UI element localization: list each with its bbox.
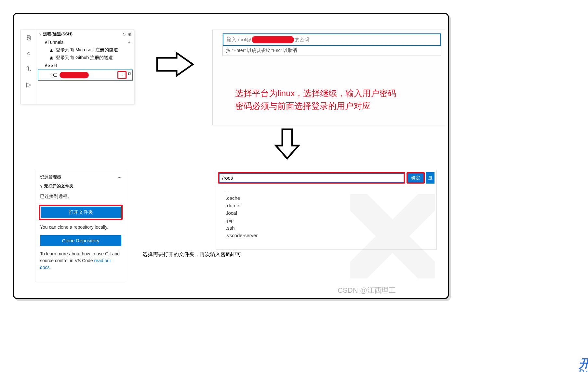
ssh-header[interactable]: ∨ SSH [36,62,134,69]
open-folder-button[interactable]: 打开文件夹 [41,207,121,218]
confirm-button[interactable]: 确定 [408,173,423,182]
more-icon[interactable]: ··· [118,175,121,180]
connect-arrow-icon[interactable]: → [120,72,124,78]
chevron-down-icon: ∨ [40,184,43,188]
annotation-text: 选择平台为linux，选择继续，输入用户密码 密码必须与前面选择登录的用户对应 [235,87,396,112]
watermark-x-icon [350,194,435,278]
path-input-highlight [218,172,405,184]
arrow-down [274,128,300,160]
folder-input-row: 确定 显 [216,170,436,186]
devze-line2: DevZe.CoM [579,369,588,372]
password-prefix: 输入 root@ [227,37,251,43]
activity-bar: ⎘ ○ ᔐ ▷ [21,30,36,104]
ms-tunnel-item[interactable]: ▲ 登录到向 Microsoft 注册的隧道 [36,46,134,54]
learn-more-text: To learn more about how to use Git and s… [35,249,126,272]
new-window-icon[interactable]: ⧉ [128,71,131,79]
source-control-icon[interactable]: ᔐ [21,61,36,77]
refresh-icon[interactable]: ↻ [122,32,126,37]
monitor-icon: 🖵 [53,72,58,78]
command-palette: 输入 root@ 的密码 按 "Enter" 以确认或按 "Esc" 以取消 [222,33,441,56]
explorer-icon[interactable]: ⎘ [21,30,36,45]
password-input[interactable]: 输入 root@ 的密码 [223,33,441,46]
github-icon: ◉ [49,55,54,60]
plus-icon[interactable]: ⊕ [128,32,131,37]
azure-icon: ▲ [49,47,54,53]
confirm-highlight: 确定 [407,172,425,184]
connect-button-highlight: → [117,71,127,79]
diagram-frame: ⎘ ○ ᔐ ▷ ∨ 远程(隧道/SSH) ↻ ⊕ ∨ Tunnels ＋ ▲ 登… [13,13,449,299]
annotation-line1: 选择平台为linux，选择继续，输入用户密码 [235,87,396,100]
explorer-sidebar: 资源管理器 ··· ∨ 无打开的文件夹 已连接到远程。 打开文件夹 You ca… [35,170,126,282]
chevron-down-icon: ∨ [44,63,47,68]
ssh-host-item[interactable]: › 🖵 → ⧉ [38,70,133,81]
no-folder-section[interactable]: ∨ 无打开的文件夹 [35,181,126,191]
debug-icon[interactable]: ▷ [21,77,36,92]
remote-explorer-panel: ⎘ ○ ᔐ ▷ ∨ 远程(隧道/SSH) ↻ ⊕ ∨ Tunnels ＋ ▲ 登… [20,30,134,104]
show-button[interactable]: 显 [426,172,434,184]
explorer-header: 资源管理器 ··· [35,173,126,181]
chevron-down-icon: ∨ [44,40,47,45]
ms-tunnel-label: 登录到向 Microsoft 注册的隧道 [56,47,118,53]
explorer-title: 资源管理器 [40,174,118,180]
watermark-csdn: CSDN @江西理工 [338,286,396,295]
chevron-down-icon: ∨ [39,32,42,36]
open-folder-highlight: 打开文件夹 [39,205,123,220]
search-icon[interactable]: ○ [21,45,36,61]
password-hint: 按 "Enter" 以确认或按 "Esc" 以取消 [223,46,441,56]
tunnels-header[interactable]: ∨ Tunnels ＋ [36,38,134,46]
ssh-label: SSH [47,63,57,68]
path-input[interactable] [219,173,404,182]
remote-section-title: 远程(隧道/SSH) [43,31,122,37]
caption-text: 选择需要打开的文件夹，再次输入密码即可 [142,251,241,258]
add-tunnel-icon[interactable]: ＋ [127,39,131,45]
github-tunnel-label: 登录到向 Github 注册的隧道 [56,55,113,61]
tunnels-label: Tunnels [47,40,63,45]
list-item[interactable]: .. [216,187,436,194]
annotation-line2: 密码必须与前面选择登录的用户对应 [235,100,396,112]
clone-hint: You can clone a repository locally. [35,223,126,232]
remote-section-header[interactable]: ∨ 远程(隧道/SSH) ↻ ⊕ [36,30,134,38]
password-suffix: 的密码 [295,37,309,43]
redacted-hostname [60,72,89,78]
chevron-right-icon: › [50,73,52,77]
connected-status: 已连接到远程。 [35,191,126,202]
redacted-host [252,36,294,43]
github-tunnel-item[interactable]: ◉ 登录到向 Github 注册的隧道 [36,54,134,62]
devze-line1: 开 发 者 [579,358,588,369]
arrow-right [154,50,196,79]
clone-repo-button[interactable]: Clone Repository [40,235,121,246]
watermark-devze: 开 发 者 DevZe.CoM [579,358,588,372]
no-folder-label: 无打开的文件夹 [44,183,74,189]
